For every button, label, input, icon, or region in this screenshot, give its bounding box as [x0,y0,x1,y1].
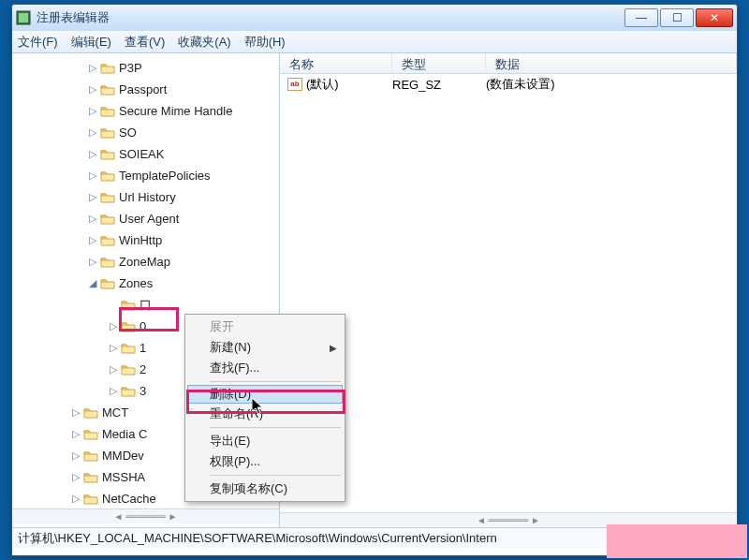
folder-icon [100,256,115,269]
expand-icon[interactable]: ▷ [87,192,98,203]
tree-item[interactable]: ▷User Agent [12,208,279,229]
expand-icon[interactable]: ▷ [70,450,81,462]
value-data: (数值未设置) [486,76,737,93]
ctx-new[interactable]: 新建(N)▶ [187,337,343,358]
expand-icon[interactable]: ▷ [70,407,81,419]
expand-icon[interactable]: ▷ [108,343,119,354]
ctx-rename[interactable]: 重命名(R) [187,404,343,424]
tree-item[interactable]: ◢Zones [12,273,279,294]
collapse-icon[interactable]: ◢ [87,278,98,289]
expand-icon[interactable]: ▷ [87,84,98,96]
col-name[interactable]: 名称 [280,53,392,73]
tree-item-label: Secure Mime Handle [119,104,232,118]
tree-item[interactable]: 口 [12,294,279,316]
ctx-separator [210,475,341,476]
tree-item[interactable]: ▷TemplatePolicies [12,165,279,186]
expand-icon[interactable]: ▷ [87,235,98,246]
expand-icon[interactable]: ▷ [87,149,98,160]
tree-item[interactable]: ▷Url History [12,186,279,208]
folder-icon [100,62,115,75]
tree-item-label: TemplatePolicies [119,169,211,183]
maximize-button[interactable]: ☐ [660,8,694,27]
expand-icon[interactable]: ▷ [87,170,98,182]
folder-icon [100,191,115,204]
column-header[interactable]: 名称 类型 数据 [280,53,737,74]
expand-icon[interactable]: ▷ [87,127,98,139]
col-data[interactable]: 数据 [486,53,737,73]
folder-icon [121,363,136,376]
minimize-button[interactable]: — [624,8,658,27]
expand-icon[interactable]: ▷ [87,257,98,268]
menu-file[interactable]: 文件(F) [18,34,58,51]
tree-item-label: SO [119,125,137,140]
tree-item[interactable]: ▷WinHttp [12,229,279,251]
ctx-find[interactable]: 查找(F)... [187,358,343,378]
folder-icon [100,105,115,118]
expand-icon[interactable]: ▷ [87,63,98,74]
folder-icon [100,213,115,226]
ctx-delete[interactable]: 删除(D) [187,385,343,404]
value-type: REG_SZ [392,78,486,92]
tree-item-label: WinHttp [119,233,162,247]
content-area: ▷P3P▷Passport▷Secure Mime Handle▷SO▷SOIE… [12,53,737,527]
col-type[interactable]: 类型 [392,53,486,73]
expand-icon[interactable]: ▷ [87,214,98,225]
tree-item[interactable]: ▷SO [12,122,279,143]
folder-icon [83,493,98,506]
folder-icon [100,277,115,290]
tree-item[interactable]: ▷Passport [12,79,279,100]
menu-favorites[interactable]: 收藏夹(A) [178,34,230,51]
list-row[interactable]: ab (默认) REG_SZ (数值未设置) [280,74,737,95]
folder-icon [121,342,136,355]
expand-icon[interactable]: ▷ [70,472,81,483]
tree-item-label: Url History [119,190,176,204]
expand-icon[interactable]: ▷ [87,106,98,117]
tree-item[interactable]: ▷P3P [12,57,279,79]
ctx-permissions[interactable]: 权限(P)... [187,451,343,472]
tree-item-label: 2 [140,362,146,376]
folder-icon [83,471,98,484]
ctx-separator [210,381,341,382]
expand-icon[interactable]: ▷ [70,429,81,440]
expand-icon[interactable]: ▷ [108,364,119,376]
expand-icon[interactable]: ▷ [108,321,119,332]
tree-item-label: NetCache [102,492,156,506]
folder-icon [100,148,115,161]
svg-marker-2 [252,398,262,414]
tree-item-label: Zones [119,276,153,290]
tree-item-label: MMDev [102,449,144,463]
tree-item-label: 0 [140,319,146,333]
expand-icon[interactable] [108,300,119,311]
window-title: 注册表编辑器 [37,9,624,26]
tree-item-label: MCT [102,405,128,420]
folder-icon [121,320,136,333]
tree-item-label: Passport [119,82,167,96]
ctx-expand[interactable]: 展开 [187,317,343,337]
tree-item-label: Media C [102,427,147,441]
titlebar[interactable]: 注册表编辑器 — ☐ ✕ [12,5,737,31]
ctx-export[interactable]: 导出(E) [187,431,343,451]
tree-scrollbar[interactable]: ◄ ══════ ► [12,508,279,523]
folder-icon [100,169,115,183]
menu-edit[interactable]: 编辑(E) [71,34,111,51]
tree-item[interactable]: ▷SOIEAK [12,143,279,165]
menubar: 文件(F) 编辑(E) 查看(V) 收藏夹(A) 帮助(H) [12,31,737,53]
close-button[interactable]: ✕ [696,8,733,27]
ctx-copy-key-name[interactable]: 复制项名称(C) [187,479,343,499]
expand-icon[interactable]: ▷ [108,386,119,397]
folder-icon [100,83,115,96]
menu-help[interactable]: 帮助(H) [244,34,286,51]
tree-item[interactable]: ▷Secure Mime Handle [12,100,279,122]
value-name: (默认) [306,76,339,93]
folder-icon [121,385,136,398]
status-path: 计算机\HKEY_LOCAL_MACHINE\SOFTWARE\Microsof… [18,531,497,545]
menu-view[interactable]: 查看(V) [125,34,165,51]
registry-editor-window: 注册表编辑器 — ☐ ✕ 文件(F) 编辑(E) 查看(V) 收藏夹(A) 帮助… [11,4,738,556]
tree-item-label: 口 [140,297,152,314]
folder-icon [83,428,98,441]
app-icon [16,10,31,25]
tree-item-label: SOIEAK [119,147,164,161]
expand-icon[interactable]: ▷ [70,494,81,505]
tree-item[interactable]: ▷ZoneMap [12,251,279,273]
list-pane: 名称 类型 数据 ab (默认) REG_SZ (数值未设置) ◄ ══════… [280,53,737,527]
